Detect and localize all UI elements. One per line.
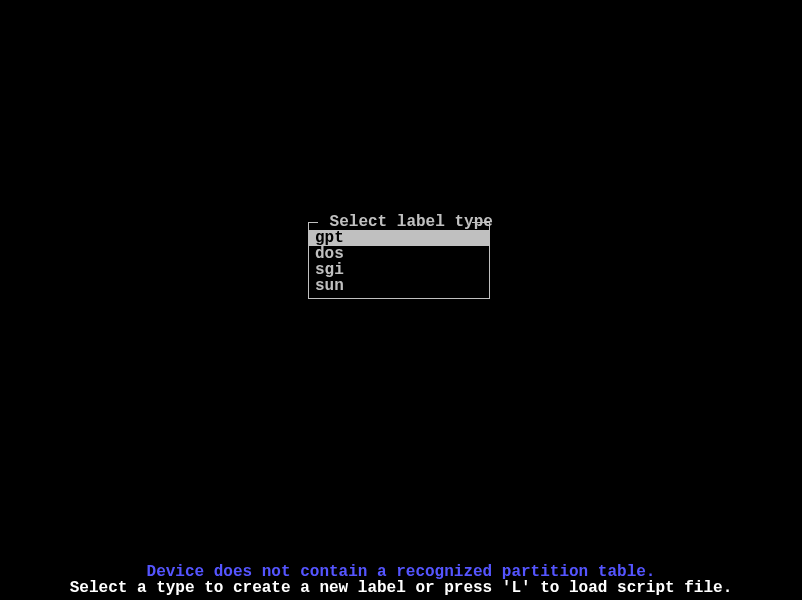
dialog-body: gpt dos sgi sun: [308, 230, 490, 299]
dialog-title-bar: Select label type: [308, 214, 490, 230]
menu-item-sun[interactable]: sun: [309, 278, 489, 294]
menu-item-gpt[interactable]: gpt: [309, 230, 489, 246]
status-message: Device does not contain a recognized par…: [0, 564, 802, 580]
footer: Device does not contain a recognized par…: [0, 564, 802, 596]
menu-item-sgi[interactable]: sgi: [309, 262, 489, 278]
hint-message: Select a type to create a new label or p…: [0, 580, 802, 596]
label-type-dialog: Select label type gpt dos sgi sun: [308, 214, 490, 299]
menu-item-dos[interactable]: dos: [309, 246, 489, 262]
terminal-screen: Select label type gpt dos sgi sun Device…: [0, 0, 802, 600]
